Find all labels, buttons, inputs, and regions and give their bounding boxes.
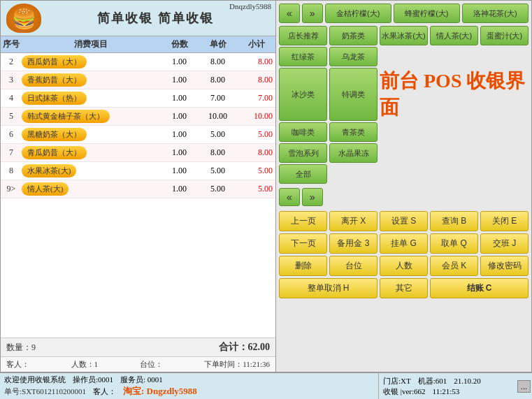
table-row[interactable]: 9> 情人茶(大) 1.00 5.00 5.00 (1, 180, 275, 198)
table-row[interactable]: 6 黑糖奶茶（大） 1.00 5.00 5.00 (1, 126, 275, 144)
leave-btn[interactable]: 离开 X (329, 211, 378, 231)
row-item: 情人茶(大) (22, 182, 160, 196)
prev-page-btn[interactable]: 上一页 (279, 211, 327, 231)
prev-page-bottom-btn[interactable]: « (279, 188, 300, 206)
menu-btn-fmnm[interactable]: 蜂蜜柠檬(大) (394, 3, 460, 23)
close-btn[interactable]: 关闭 E (480, 211, 529, 231)
delete-btn[interactable]: 删除 (279, 256, 327, 276)
next-page-bottom-btn[interactable]: » (302, 188, 323, 206)
item-badge: 情人茶(大) (22, 182, 69, 196)
guest-status: 客人： (93, 386, 116, 397)
cancel-all-btn[interactable]: 整单取消 H (279, 278, 378, 298)
row-seq: 2 (1, 57, 22, 67)
prev-page-top-btn[interactable]: « (279, 3, 300, 23)
burger-icon: 🍔 (6, 3, 41, 33)
spacer5 (380, 143, 529, 163)
footer-count: 数量：9 (6, 342, 36, 354)
settings-btn[interactable]: 设置 S (380, 211, 428, 231)
row-total: 10.00 (237, 111, 275, 122)
table-row[interactable]: 4 日式抹茶（热） 1.00 7.00 7.00 (1, 89, 275, 108)
time1-text: 21.10.20 (454, 377, 481, 385)
menu-btn-qrtd[interactable]: 情人茶(大) (430, 26, 478, 45)
col-header-seq: 序号 (1, 38, 22, 50)
member-btn[interactable]: 会员 K (430, 256, 478, 276)
next-page-btn[interactable]: 下一页 (279, 233, 327, 254)
pos-label-spacer (380, 47, 529, 66)
menu-grid-row3: 冰沙类 特调类 前台 POS 收银界面 (276, 68, 531, 122)
menu-grid-row1: 店长推荐 奶茶类 水果冰茶(大) 情人茶(大) 蛋蜜汁(大) (276, 26, 531, 47)
item-badge: 韩式黄金柚子茶（大） (22, 110, 110, 123)
table-row[interactable]: 5 韩式黄金柚子茶（大） 1.00 10.00 10.00 (1, 108, 275, 126)
top-area: 🍔 简单收银 简单收银 Dnqzdly5988 序号 消费项目 份数 单价 小计… (0, 0, 532, 372)
menu-btn-kfl[interactable]: 咖啡类 (279, 122, 327, 142)
row-total: 8.00 (237, 57, 275, 67)
item-badge: 西瓜奶昔（大） (22, 55, 87, 68)
status-row2: 单号:SXT6012110200001 客人： 淘宝: Dngzdly5988 (4, 385, 374, 398)
menu-btn-dztt[interactable]: 店长推荐 (279, 26, 327, 45)
row-seq: 8 (1, 166, 22, 176)
row-total: 8.00 (237, 147, 275, 158)
row-item: 黑糖奶茶（大） (22, 128, 160, 141)
col-header-price: 单价 (199, 38, 237, 50)
next-page-top-btn[interactable]: » (302, 3, 323, 23)
spacer4 (380, 122, 529, 142)
other-btn[interactable]: 其它 (380, 278, 428, 298)
right-panel: « » 金桔柠檬(大) 蜂蜜柠檬(大) 洛神花茶(大) 店长推荐 奶茶类 水果冰… (276, 0, 532, 372)
pos-label-area: 前台 POS 收银界面 (380, 68, 529, 121)
store-text: 门店:XT (383, 376, 411, 386)
menu-btn-jjnm[interactable]: 金桔柠檬(大) (325, 3, 391, 23)
operator-text: 操作员:0001 (73, 375, 113, 385)
table-row[interactable]: 7 青瓜奶昔（大） 1.00 8.00 8.00 (1, 144, 275, 162)
query-btn[interactable]: 查询 B (430, 211, 478, 231)
table-row[interactable]: 3 香蕉奶昔（大） 1.00 8.00 8.00 (1, 71, 275, 89)
time-btn[interactable]: ... (517, 380, 531, 393)
row-total: 5.00 (237, 166, 275, 176)
welcome-text: 欢迎使用收银系统 (4, 375, 66, 385)
table-row[interactable]: 8 水果冰茶(大) 1.00 5.00 5.00 (1, 162, 275, 180)
taobao-text: 淘宝: Dngzdly5988 (123, 385, 197, 398)
menu-btn-qb[interactable]: 全部 (279, 164, 327, 184)
row-price: 8.00 (199, 75, 237, 85)
headcount-btn[interactable]: 人数 (380, 256, 428, 276)
time2-text: 11:21:53 (433, 387, 460, 396)
row-price: 5.00 (199, 184, 237, 194)
menu-btn-hlc[interactable]: 红绿茶 (279, 47, 327, 66)
status-row1: 欢迎使用收银系统 操作员:0001 服务员: 0001 (4, 375, 374, 385)
menu-btn-sjgd[interactable]: 水晶果冻 (329, 143, 378, 163)
change-pwd-btn[interactable]: 修改密码 (480, 256, 529, 276)
table-body: 2 西瓜奶昔（大） 1.00 8.00 8.00 3 香蕉奶昔（大） 1.00 … (1, 53, 275, 338)
take-order-btn[interactable]: 取单 Q (430, 233, 478, 254)
hang-order-btn[interactable]: 挂单 G (380, 233, 428, 254)
menu-btn-ulc[interactable]: 乌龙茶 (329, 47, 378, 66)
menu-btn-dmjd[interactable]: 蛋蜜汁(大) (480, 26, 529, 45)
status-left: 欢迎使用收银系统 操作员:0001 服务员: 0001 单号:SXT601211… (0, 373, 378, 399)
reserve-fund-btn[interactable]: 备用金 3 (329, 233, 378, 254)
row-qty: 1.00 (160, 166, 199, 176)
menu-btn-nclei[interactable]: 奶茶类 (329, 26, 378, 45)
menu-btn-lsht[interactable]: 洛神花茶(大) (462, 3, 529, 23)
table-row[interactable]: 2 西瓜奶昔（大） 1.00 8.00 8.00 (1, 53, 275, 71)
status-bar: 欢迎使用收银系统 操作员:0001 服务员: 0001 单号:SXT601211… (0, 372, 532, 399)
row-price: 10.00 (199, 111, 237, 122)
shift-btn[interactable]: 交班 J (480, 233, 529, 254)
action-grid-row3: 删除 台位 人数 会员 K 修改密码 (276, 256, 531, 278)
action-grid-row1: 上一页 离开 X 设置 S 查询 B 关闭 E (276, 209, 531, 233)
checkout-btn[interactable]: 结账 C (430, 278, 529, 298)
menu-btn-sgtd[interactable]: 水果冰茶(大) (380, 26, 428, 45)
row-qty: 1.00 (160, 129, 199, 140)
row-qty: 1.00 (160, 75, 199, 85)
row-qty: 1.00 (160, 147, 199, 158)
row-item: 日式抹茶（热） (22, 92, 160, 105)
menu-btn-qcl[interactable]: 青茶类 (329, 122, 378, 142)
table-btn[interactable]: 台位 (329, 256, 378, 276)
headcount: 人数：1 (71, 359, 99, 370)
menu-btn-bsl[interactable]: 冰沙类 (279, 68, 327, 121)
row-qty: 1.00 (160, 184, 199, 194)
row-total: 7.00 (237, 93, 275, 103)
col-header-item: 消费项目 (22, 38, 160, 50)
menu-grid-row6: 全部 (276, 164, 531, 185)
row-item: 韩式黄金柚子茶（大） (22, 110, 160, 123)
menu-btn-tdl[interactable]: 特调类 (329, 68, 378, 121)
menu-btn-xpl[interactable]: 雪泡系列 (279, 143, 327, 163)
row-seq: 6 (1, 129, 22, 140)
